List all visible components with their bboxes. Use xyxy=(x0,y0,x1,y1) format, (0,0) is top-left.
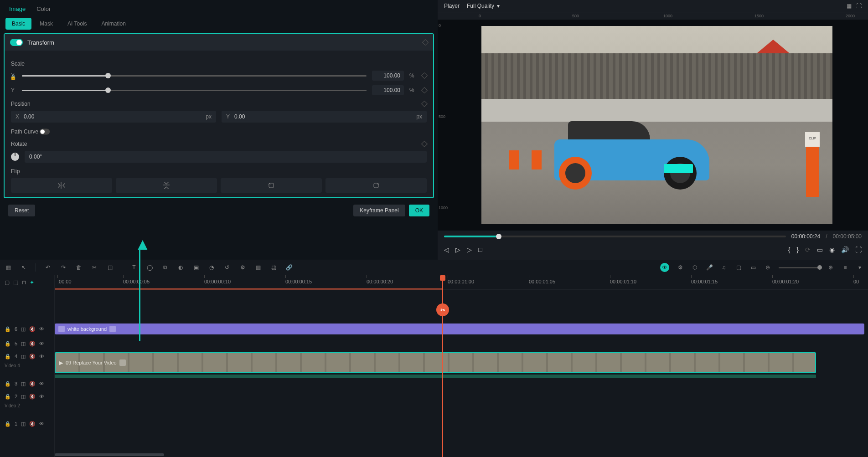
track-eye-icon[interactable]: 👁 xyxy=(39,394,44,400)
group-icon[interactable]: ▥ xyxy=(254,264,262,271)
zoom-out-icon[interactable]: ⊖ xyxy=(764,264,771,271)
position-y-input[interactable]: Y 0.00 px xyxy=(222,111,427,123)
fullscreen-button[interactable]: ⛶ xyxy=(855,246,862,253)
tab-color[interactable]: Color xyxy=(36,5,51,12)
mark-in-button[interactable]: { xyxy=(788,246,790,253)
track-lock-icon[interactable]: 🔒 xyxy=(5,394,11,400)
scale-lock-icon[interactable]: 🔒 xyxy=(10,74,16,80)
shield-icon[interactable]: ⬡ xyxy=(691,264,698,271)
cut-icon[interactable]: ✂ xyxy=(91,264,98,271)
flip-vertical-button[interactable] xyxy=(116,178,217,193)
layers-icon[interactable]: ▢ xyxy=(735,264,742,271)
rotate-knob[interactable] xyxy=(11,153,19,161)
display-button[interactable]: ▭ xyxy=(817,246,823,253)
loop-button[interactable]: ⟳ xyxy=(805,246,811,253)
delete-icon[interactable]: 🗑 xyxy=(75,264,83,271)
scale-y-slider[interactable] xyxy=(22,90,367,91)
tab-image[interactable]: Image xyxy=(9,5,26,12)
subtab-animation[interactable]: Animation xyxy=(95,18,132,30)
mark-out-button[interactable]: } xyxy=(796,246,799,253)
quality-dropdown[interactable]: Full Quality ▾ xyxy=(467,3,500,9)
mask-tool-icon[interactable]: ◐ xyxy=(177,264,184,271)
track-eye-icon[interactable]: 👁 xyxy=(39,326,44,332)
keyframe-panel-button[interactable]: Keyframe Panel xyxy=(353,205,405,216)
undo-icon[interactable]: ↶ xyxy=(44,264,52,271)
text-icon[interactable]: T xyxy=(130,264,138,271)
playhead[interactable]: ✂ xyxy=(442,275,443,457)
track-target-icon[interactable]: ◫ xyxy=(21,421,26,427)
scale-y-keyframe-icon[interactable] xyxy=(421,87,428,93)
subtab-ai-tools[interactable]: AI Tools xyxy=(61,18,93,30)
redo-icon[interactable]: ↷ xyxy=(60,264,67,271)
track-target-icon[interactable]: ◫ xyxy=(21,354,26,359)
effect-icon[interactable]: ▣ xyxy=(192,264,200,271)
next-frame-button[interactable]: ▷ xyxy=(467,246,472,253)
track-eye-icon[interactable]: 👁 xyxy=(39,341,44,346)
transform-toggle[interactable] xyxy=(10,39,23,46)
position-keyframe-icon[interactable] xyxy=(421,101,428,107)
rotate-value[interactable]: 0.00° xyxy=(25,151,427,163)
track-eye-icon[interactable]: 👁 xyxy=(39,354,44,359)
scale-x-value[interactable]: 100.00 xyxy=(372,71,404,81)
volume-button[interactable]: 🔊 xyxy=(841,246,849,253)
frame-icon[interactable]: ▭ xyxy=(749,264,757,271)
rotate-ccw-button[interactable] xyxy=(221,178,322,193)
scale-y-value[interactable]: 100.00 xyxy=(372,85,404,95)
track-target-icon[interactable]: ◫ xyxy=(21,341,26,347)
auto-icon[interactable]: ✦ xyxy=(30,279,34,286)
track-mute-icon[interactable]: 🔇 xyxy=(29,354,36,359)
track-eye-icon[interactable]: 👁 xyxy=(39,421,44,426)
prev-frame-button[interactable]: ◁ xyxy=(444,246,449,253)
track-mute-icon[interactable]: 🔇 xyxy=(29,326,36,332)
tool-select-icon[interactable]: ▦ xyxy=(5,264,12,271)
track-mute-icon[interactable]: 🔇 xyxy=(29,341,36,347)
crop-icon[interactable]: ◫ xyxy=(106,264,114,271)
shape-icon[interactable]: ◯ xyxy=(146,264,153,271)
zoom-in-icon[interactable]: ⊕ xyxy=(827,264,834,271)
link-icon[interactable]: ⧉ xyxy=(161,264,169,271)
duplicate-icon[interactable]: ⿻ xyxy=(270,264,277,271)
track-target-icon[interactable]: ◫ xyxy=(21,381,26,387)
progress-slider[interactable] xyxy=(444,236,786,237)
gear-icon[interactable]: ⚙ xyxy=(677,264,684,271)
reverse-icon[interactable]: ↺ xyxy=(223,264,231,271)
clip-white-background[interactable]: white background xyxy=(55,323,864,334)
track-target-icon[interactable]: ◫ xyxy=(21,326,26,332)
reset-button[interactable]: Reset xyxy=(8,205,35,216)
track-eye-icon[interactable]: 👁 xyxy=(39,381,44,386)
track-lock-icon[interactable]: 🔒 xyxy=(5,341,11,347)
grid-icon[interactable]: ▦ xyxy=(847,3,852,9)
clip-replace-video[interactable]: ▶ 09 Replace Your Video xyxy=(55,352,816,373)
track-lock-icon[interactable]: 🔒 xyxy=(5,354,11,359)
track-lock-icon[interactable]: 🔒 xyxy=(5,381,11,387)
video-preview[interactable]: CLIP xyxy=(481,26,832,224)
track-mute-icon[interactable]: 🔇 xyxy=(29,421,36,427)
horizontal-scrollbar[interactable] xyxy=(55,453,868,457)
track-mute-icon[interactable]: 🔇 xyxy=(29,394,36,400)
magnet-icon[interactable]: ⊓ xyxy=(22,279,26,286)
eye-active-icon[interactable]: 👁 xyxy=(660,263,669,272)
image-icon[interactable]: ⛶ xyxy=(856,3,862,9)
speed-icon[interactable]: ◔ xyxy=(208,264,215,271)
track-lock-icon[interactable]: 🔒 xyxy=(5,421,11,427)
flip-horizontal-button[interactable] xyxy=(11,178,112,193)
track-lock-icon[interactable]: 🔒 xyxy=(5,326,11,332)
marker-icon[interactable]: ▢ xyxy=(5,279,10,286)
rotate-keyframe-icon[interactable] xyxy=(421,141,428,147)
track-mute-icon[interactable]: 🔇 xyxy=(29,381,36,387)
keyframe-icon[interactable]: 🔗 xyxy=(285,264,293,271)
subtab-basic[interactable]: Basic xyxy=(5,18,31,30)
snap-icon[interactable]: ⬚ xyxy=(13,279,18,286)
scale-x-keyframe-icon[interactable] xyxy=(421,72,428,79)
ok-button[interactable]: OK xyxy=(409,205,429,216)
transform-keyframe-icon[interactable] xyxy=(422,39,429,46)
play-button[interactable]: ▷ xyxy=(455,246,460,253)
expand-icon[interactable]: ▾ xyxy=(856,264,863,271)
scale-x-slider[interactable] xyxy=(22,75,367,77)
music-icon[interactable]: ♫ xyxy=(720,264,728,271)
list-icon[interactable]: ≡ xyxy=(842,264,849,271)
position-x-input[interactable]: X 0.00 px xyxy=(11,111,216,123)
time-ruler[interactable]: :00:00 00:00:00:05 00:00:00:10 00:00:00:… xyxy=(55,275,868,290)
tool-pointer-icon[interactable]: ↖ xyxy=(20,264,27,271)
stop-button[interactable]: □ xyxy=(478,246,482,253)
